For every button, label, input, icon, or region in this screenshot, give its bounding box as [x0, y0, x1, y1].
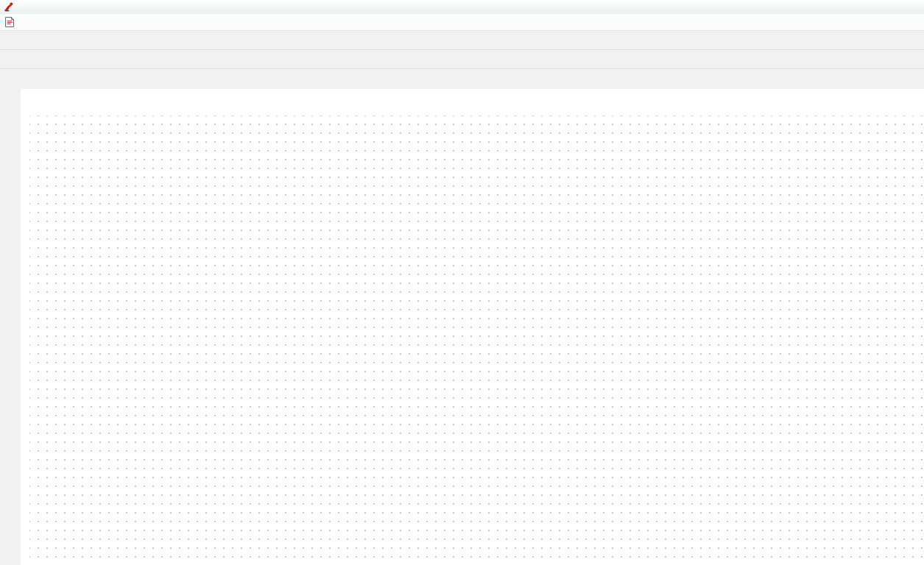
document-icon[interactable]	[3, 16, 16, 28]
menu-bar	[0, 14, 924, 31]
app-icon	[3, 1, 14, 13]
toolbar-standard	[0, 31, 924, 50]
drawing-tool-palette	[0, 89, 21, 565]
schematic-canvas[interactable]	[21, 89, 924, 565]
drawing-canvas[interactable]	[21, 89, 924, 565]
toolbar-symbols	[0, 50, 924, 69]
title-bar	[0, 0, 924, 14]
toolbar-components	[0, 69, 924, 90]
